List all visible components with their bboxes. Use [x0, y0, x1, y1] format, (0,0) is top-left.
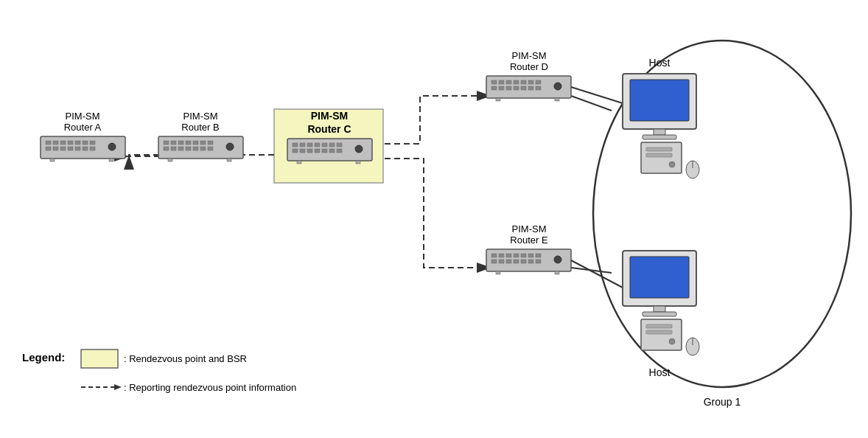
- svg-rect-59: [315, 149, 320, 153]
- svg-rect-91: [506, 254, 511, 257]
- svg-rect-77: [499, 86, 504, 90]
- svg-rect-95: [536, 254, 541, 257]
- svg-rect-15: [90, 141, 95, 145]
- svg-rect-65: [356, 161, 360, 164]
- svg-text:: Rendezvous point and BSR: : Rendezvous point and BSR: [124, 353, 247, 364]
- svg-rect-35: [208, 141, 213, 145]
- svg-rect-96: [491, 260, 497, 263]
- svg-rect-114: [646, 153, 672, 157]
- svg-rect-82: [536, 86, 541, 90]
- svg-rect-37: [171, 147, 176, 150]
- svg-text:Legend:: Legend:: [22, 351, 65, 364]
- svg-rect-93: [521, 254, 526, 257]
- svg-rect-32: [186, 141, 191, 145]
- svg-rect-98: [506, 260, 511, 263]
- svg-rect-24: [50, 159, 55, 161]
- svg-rect-56: [293, 149, 298, 153]
- svg-text:Router E: Router E: [510, 234, 548, 246]
- svg-rect-75: [536, 80, 541, 84]
- svg-rect-109: [630, 80, 689, 121]
- svg-point-103: [554, 256, 561, 263]
- svg-rect-11: [60, 141, 66, 145]
- svg-rect-61: [329, 149, 335, 153]
- svg-rect-101: [528, 260, 533, 263]
- svg-rect-64: [297, 161, 301, 164]
- svg-rect-52: [315, 143, 320, 147]
- svg-rect-22: [90, 147, 95, 150]
- svg-rect-85: [555, 98, 559, 101]
- svg-rect-125: [646, 330, 672, 334]
- svg-point-23: [108, 143, 116, 150]
- svg-rect-58: [307, 149, 312, 153]
- svg-rect-69: [491, 80, 497, 84]
- svg-rect-121: [654, 306, 665, 312]
- svg-rect-10: [53, 141, 58, 145]
- svg-rect-113: [646, 147, 672, 151]
- svg-rect-13: [75, 141, 80, 145]
- svg-rect-45: [227, 159, 231, 161]
- svg-rect-120: [630, 257, 689, 298]
- svg-text:Router B: Router B: [181, 122, 219, 133]
- svg-text:Host: Host: [649, 57, 671, 69]
- svg-rect-74: [528, 80, 533, 84]
- svg-rect-42: [208, 147, 213, 150]
- svg-rect-49: [293, 143, 298, 147]
- svg-rect-30: [171, 141, 176, 145]
- svg-text:PIM-SM: PIM-SM: [183, 111, 218, 122]
- svg-rect-29: [164, 141, 169, 145]
- svg-rect-70: [499, 80, 504, 84]
- svg-rect-20: [75, 147, 80, 150]
- svg-rect-9: [46, 141, 51, 145]
- svg-text:Group 1: Group 1: [704, 396, 741, 408]
- svg-rect-40: [193, 147, 198, 150]
- svg-line-106: [571, 87, 623, 103]
- svg-rect-122: [643, 312, 676, 316]
- svg-rect-80: [521, 86, 526, 90]
- svg-rect-102: [536, 260, 541, 263]
- svg-rect-18: [60, 147, 66, 150]
- svg-rect-94: [528, 254, 533, 257]
- svg-point-115: [669, 161, 675, 167]
- network-diagram: PIM-SM Router A PIM-SM Router B: [0, 0, 868, 438]
- svg-rect-60: [322, 149, 327, 153]
- svg-rect-50: [300, 143, 305, 147]
- svg-rect-57: [300, 149, 305, 153]
- svg-rect-34: [200, 141, 206, 145]
- svg-rect-97: [499, 260, 504, 263]
- svg-rect-39: [186, 147, 191, 150]
- svg-rect-54: [329, 143, 335, 147]
- svg-rect-79: [514, 86, 519, 90]
- svg-rect-16: [46, 147, 51, 150]
- svg-rect-62: [337, 149, 342, 153]
- svg-rect-89: [491, 254, 497, 257]
- svg-rect-132: [81, 350, 118, 368]
- svg-point-126: [669, 338, 675, 344]
- svg-rect-21: [83, 147, 88, 150]
- svg-rect-76: [491, 86, 497, 90]
- svg-rect-90: [499, 254, 504, 257]
- svg-rect-71: [506, 80, 511, 84]
- svg-rect-12: [68, 141, 73, 145]
- svg-rect-111: [643, 135, 676, 139]
- svg-rect-33: [193, 141, 198, 145]
- svg-text:Router C: Router C: [307, 123, 351, 135]
- svg-rect-41: [200, 147, 206, 150]
- svg-text:PIM-SM: PIM-SM: [512, 50, 547, 61]
- svg-rect-17: [53, 147, 58, 150]
- svg-rect-105: [555, 271, 559, 274]
- svg-text:Host: Host: [649, 366, 671, 378]
- svg-text:PIM-SM: PIM-SM: [512, 223, 547, 234]
- svg-rect-31: [178, 141, 183, 145]
- svg-rect-36: [164, 147, 169, 150]
- svg-rect-124: [646, 324, 672, 328]
- svg-rect-53: [322, 143, 327, 147]
- svg-marker-135: [114, 384, 122, 390]
- svg-text:Router D: Router D: [510, 61, 548, 72]
- svg-rect-78: [506, 86, 511, 90]
- svg-point-43: [226, 143, 234, 150]
- svg-point-63: [355, 145, 363, 153]
- svg-point-83: [554, 83, 561, 90]
- svg-rect-19: [68, 147, 73, 150]
- svg-rect-110: [654, 129, 665, 135]
- svg-text:Router A: Router A: [64, 122, 102, 133]
